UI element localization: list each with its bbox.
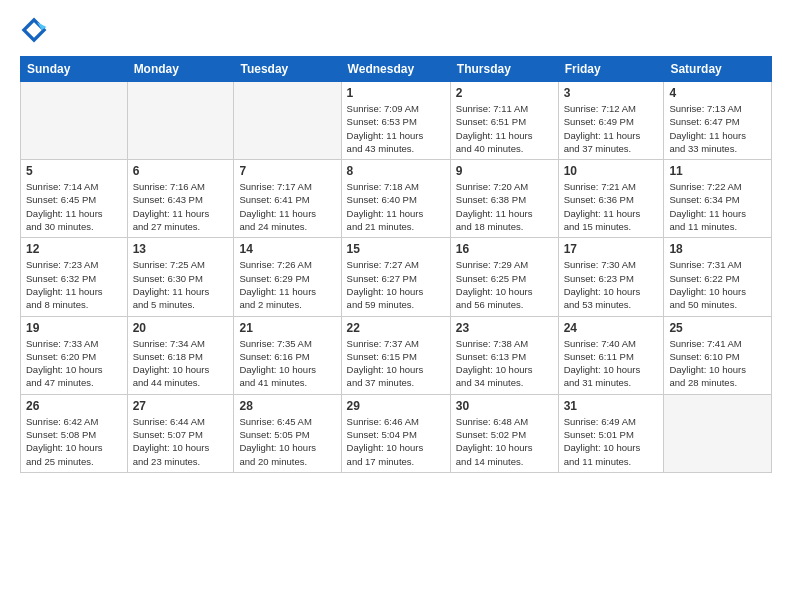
- day-number: 11: [669, 164, 766, 178]
- day-info: Sunrise: 6:46 AM Sunset: 5:04 PM Dayligh…: [347, 415, 445, 468]
- day-number: 30: [456, 399, 553, 413]
- calendar-cell: 9Sunrise: 7:20 AM Sunset: 6:38 PM Daylig…: [450, 160, 558, 238]
- day-info: Sunrise: 7:21 AM Sunset: 6:36 PM Dayligh…: [564, 180, 659, 233]
- day-info: Sunrise: 7:17 AM Sunset: 6:41 PM Dayligh…: [239, 180, 335, 233]
- day-number: 29: [347, 399, 445, 413]
- day-info: Sunrise: 7:31 AM Sunset: 6:22 PM Dayligh…: [669, 258, 766, 311]
- logo-icon: [20, 16, 48, 44]
- calendar-cell: 31Sunrise: 6:49 AM Sunset: 5:01 PM Dayli…: [558, 394, 664, 472]
- calendar-cell: 28Sunrise: 6:45 AM Sunset: 5:05 PM Dayli…: [234, 394, 341, 472]
- day-info: Sunrise: 7:09 AM Sunset: 6:53 PM Dayligh…: [347, 102, 445, 155]
- day-info: Sunrise: 7:22 AM Sunset: 6:34 PM Dayligh…: [669, 180, 766, 233]
- calendar-cell: 7Sunrise: 7:17 AM Sunset: 6:41 PM Daylig…: [234, 160, 341, 238]
- day-info: Sunrise: 7:38 AM Sunset: 6:13 PM Dayligh…: [456, 337, 553, 390]
- day-info: Sunrise: 7:23 AM Sunset: 6:32 PM Dayligh…: [26, 258, 122, 311]
- day-number: 17: [564, 242, 659, 256]
- day-number: 5: [26, 164, 122, 178]
- calendar-cell: 8Sunrise: 7:18 AM Sunset: 6:40 PM Daylig…: [341, 160, 450, 238]
- calendar-cell: [664, 394, 772, 472]
- day-info: Sunrise: 7:29 AM Sunset: 6:25 PM Dayligh…: [456, 258, 553, 311]
- calendar-cell: 19Sunrise: 7:33 AM Sunset: 6:20 PM Dayli…: [21, 316, 128, 394]
- day-number: 18: [669, 242, 766, 256]
- day-number: 1: [347, 86, 445, 100]
- day-number: 7: [239, 164, 335, 178]
- day-number: 20: [133, 321, 229, 335]
- day-info: Sunrise: 7:11 AM Sunset: 6:51 PM Dayligh…: [456, 102, 553, 155]
- day-number: 21: [239, 321, 335, 335]
- calendar-cell: [234, 82, 341, 160]
- day-number: 6: [133, 164, 229, 178]
- day-info: Sunrise: 6:42 AM Sunset: 5:08 PM Dayligh…: [26, 415, 122, 468]
- calendar-cell: 20Sunrise: 7:34 AM Sunset: 6:18 PM Dayli…: [127, 316, 234, 394]
- day-info: Sunrise: 7:16 AM Sunset: 6:43 PM Dayligh…: [133, 180, 229, 233]
- calendar-cell: 2Sunrise: 7:11 AM Sunset: 6:51 PM Daylig…: [450, 82, 558, 160]
- day-info: Sunrise: 7:25 AM Sunset: 6:30 PM Dayligh…: [133, 258, 229, 311]
- day-number: 15: [347, 242, 445, 256]
- calendar-cell: 1Sunrise: 7:09 AM Sunset: 6:53 PM Daylig…: [341, 82, 450, 160]
- calendar-cell: 18Sunrise: 7:31 AM Sunset: 6:22 PM Dayli…: [664, 238, 772, 316]
- calendar-cell: 24Sunrise: 7:40 AM Sunset: 6:11 PM Dayli…: [558, 316, 664, 394]
- weekday-header-saturday: Saturday: [664, 57, 772, 82]
- day-number: 16: [456, 242, 553, 256]
- calendar-cell: 29Sunrise: 6:46 AM Sunset: 5:04 PM Dayli…: [341, 394, 450, 472]
- weekday-header-thursday: Thursday: [450, 57, 558, 82]
- day-number: 28: [239, 399, 335, 413]
- page: SundayMondayTuesdayWednesdayThursdayFrid…: [0, 0, 792, 612]
- day-info: Sunrise: 7:26 AM Sunset: 6:29 PM Dayligh…: [239, 258, 335, 311]
- calendar-cell: 26Sunrise: 6:42 AM Sunset: 5:08 PM Dayli…: [21, 394, 128, 472]
- day-info: Sunrise: 7:30 AM Sunset: 6:23 PM Dayligh…: [564, 258, 659, 311]
- day-number: 10: [564, 164, 659, 178]
- day-number: 31: [564, 399, 659, 413]
- weekday-header-friday: Friday: [558, 57, 664, 82]
- calendar-cell: 10Sunrise: 7:21 AM Sunset: 6:36 PM Dayli…: [558, 160, 664, 238]
- week-row-1: 1Sunrise: 7:09 AM Sunset: 6:53 PM Daylig…: [21, 82, 772, 160]
- day-info: Sunrise: 7:12 AM Sunset: 6:49 PM Dayligh…: [564, 102, 659, 155]
- day-info: Sunrise: 7:18 AM Sunset: 6:40 PM Dayligh…: [347, 180, 445, 233]
- day-number: 4: [669, 86, 766, 100]
- calendar-cell: 5Sunrise: 7:14 AM Sunset: 6:45 PM Daylig…: [21, 160, 128, 238]
- calendar-cell: 4Sunrise: 7:13 AM Sunset: 6:47 PM Daylig…: [664, 82, 772, 160]
- calendar-cell: 15Sunrise: 7:27 AM Sunset: 6:27 PM Dayli…: [341, 238, 450, 316]
- day-info: Sunrise: 7:27 AM Sunset: 6:27 PM Dayligh…: [347, 258, 445, 311]
- day-number: 8: [347, 164, 445, 178]
- day-info: Sunrise: 6:45 AM Sunset: 5:05 PM Dayligh…: [239, 415, 335, 468]
- day-number: 2: [456, 86, 553, 100]
- calendar-cell: [127, 82, 234, 160]
- day-info: Sunrise: 7:14 AM Sunset: 6:45 PM Dayligh…: [26, 180, 122, 233]
- calendar-cell: [21, 82, 128, 160]
- weekday-header-monday: Monday: [127, 57, 234, 82]
- weekday-header-row: SundayMondayTuesdayWednesdayThursdayFrid…: [21, 57, 772, 82]
- calendar-cell: 17Sunrise: 7:30 AM Sunset: 6:23 PM Dayli…: [558, 238, 664, 316]
- day-info: Sunrise: 7:34 AM Sunset: 6:18 PM Dayligh…: [133, 337, 229, 390]
- header: [20, 16, 772, 44]
- day-info: Sunrise: 7:37 AM Sunset: 6:15 PM Dayligh…: [347, 337, 445, 390]
- week-row-5: 26Sunrise: 6:42 AM Sunset: 5:08 PM Dayli…: [21, 394, 772, 472]
- calendar-cell: 23Sunrise: 7:38 AM Sunset: 6:13 PM Dayli…: [450, 316, 558, 394]
- day-info: Sunrise: 7:13 AM Sunset: 6:47 PM Dayligh…: [669, 102, 766, 155]
- calendar: SundayMondayTuesdayWednesdayThursdayFrid…: [20, 56, 772, 473]
- calendar-cell: 16Sunrise: 7:29 AM Sunset: 6:25 PM Dayli…: [450, 238, 558, 316]
- day-info: Sunrise: 7:20 AM Sunset: 6:38 PM Dayligh…: [456, 180, 553, 233]
- calendar-cell: 11Sunrise: 7:22 AM Sunset: 6:34 PM Dayli…: [664, 160, 772, 238]
- day-info: Sunrise: 7:41 AM Sunset: 6:10 PM Dayligh…: [669, 337, 766, 390]
- day-number: 22: [347, 321, 445, 335]
- calendar-cell: 6Sunrise: 7:16 AM Sunset: 6:43 PM Daylig…: [127, 160, 234, 238]
- weekday-header-sunday: Sunday: [21, 57, 128, 82]
- calendar-cell: 30Sunrise: 6:48 AM Sunset: 5:02 PM Dayli…: [450, 394, 558, 472]
- day-info: Sunrise: 6:44 AM Sunset: 5:07 PM Dayligh…: [133, 415, 229, 468]
- week-row-4: 19Sunrise: 7:33 AM Sunset: 6:20 PM Dayli…: [21, 316, 772, 394]
- day-number: 9: [456, 164, 553, 178]
- weekday-header-wednesday: Wednesday: [341, 57, 450, 82]
- calendar-cell: 14Sunrise: 7:26 AM Sunset: 6:29 PM Dayli…: [234, 238, 341, 316]
- day-number: 13: [133, 242, 229, 256]
- calendar-cell: 22Sunrise: 7:37 AM Sunset: 6:15 PM Dayli…: [341, 316, 450, 394]
- day-info: Sunrise: 7:33 AM Sunset: 6:20 PM Dayligh…: [26, 337, 122, 390]
- day-number: 19: [26, 321, 122, 335]
- weekday-header-tuesday: Tuesday: [234, 57, 341, 82]
- day-info: Sunrise: 7:40 AM Sunset: 6:11 PM Dayligh…: [564, 337, 659, 390]
- calendar-cell: 3Sunrise: 7:12 AM Sunset: 6:49 PM Daylig…: [558, 82, 664, 160]
- calendar-cell: 12Sunrise: 7:23 AM Sunset: 6:32 PM Dayli…: [21, 238, 128, 316]
- day-number: 14: [239, 242, 335, 256]
- day-number: 25: [669, 321, 766, 335]
- calendar-cell: 27Sunrise: 6:44 AM Sunset: 5:07 PM Dayli…: [127, 394, 234, 472]
